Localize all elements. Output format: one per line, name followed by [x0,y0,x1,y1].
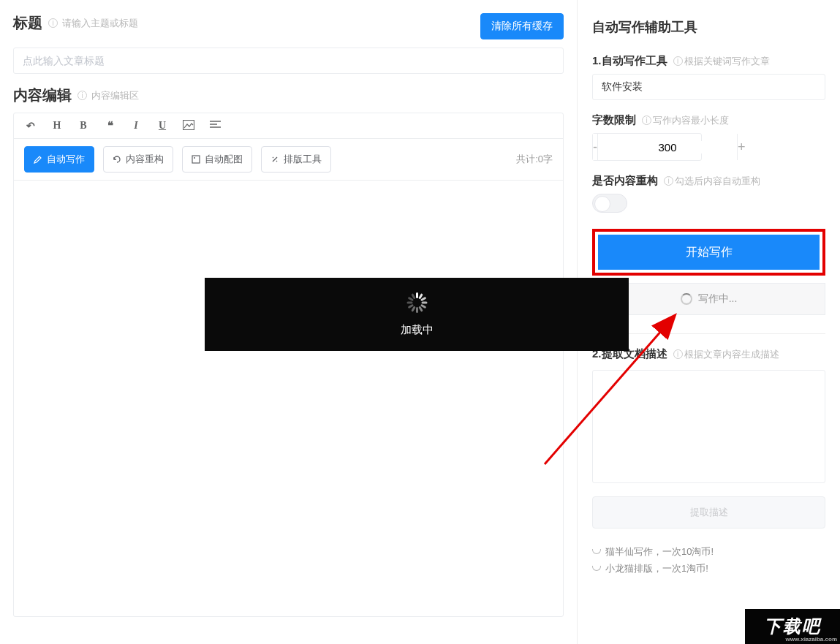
typeset-button[interactable]: 排版工具 [261,146,331,173]
editor-label: 内容编辑 [13,86,72,105]
editor-section-header: 内容编辑 i内容编辑区 [13,86,564,105]
description-textarea[interactable] [592,370,825,483]
clear-cache-button[interactable]: 清除所有缓存 [480,13,564,39]
restructure-toggle[interactable] [592,194,627,213]
note-2: 小龙猫排版，一次1淘币! [605,563,708,574]
word-limit-input[interactable] [598,141,737,154]
info-icon: i [673,56,683,66]
bowl-icon [592,549,601,554]
keyword-input[interactable] [592,74,825,100]
image-icon[interactable] [182,120,195,132]
decrement-button[interactable]: - [593,134,598,160]
sidebar-title: 自动写作辅助工具 [592,18,825,36]
extract-description-button[interactable]: 提取描述 [592,496,825,529]
italic-icon[interactable]: I [129,120,143,132]
info-icon: i [673,349,683,359]
note-1: 猫半仙写作，一次10淘币! [605,546,714,557]
info-icon: i [77,91,87,100]
word-limit-hint: 写作内容最小长度 [653,114,729,127]
svg-point-5 [194,157,195,159]
section2-hint: 根据文章内容生成描述 [684,348,779,361]
progress-label: 写作中... [698,292,738,306]
align-left-icon[interactable] [208,120,222,132]
heading-icon[interactable]: H [50,120,64,132]
spinner-icon [681,293,692,305]
editor-hint: 内容编辑区 [91,89,139,102]
editor-panel: ↶ H B ❝ I U 自动写作 内容重构 [13,113,564,617]
restructure-label: 内容重构 [126,153,164,166]
watermark-brand: 下载吧 [764,615,821,638]
info-icon: i [664,176,673,186]
footer-notes: 猫半仙写作，一次10淘币! 小龙猫排版，一次1淘币! [592,543,825,577]
section-auto-write: 1.自动写作工具 i根据关键词写作文章 [592,54,825,68]
auto-image-label: 自动配图 [205,153,243,166]
watermark-logo: 下载吧 www.xiazaiba.com [745,609,840,644]
refresh-icon [113,155,121,164]
word-limit-label: 字数限制 [592,113,636,127]
section1-hint: 根据关键词写作文章 [684,55,770,68]
title-label: 标题 [13,13,42,33]
restructure-row: 是否内容重构 i勾选后内容自动重构 [592,174,825,188]
auto-write-label: 自动写作 [47,153,85,166]
title-hint: 请输入主题或标题 [62,17,138,30]
restructure-button[interactable]: 内容重构 [103,146,173,173]
increment-button[interactable]: + [737,134,746,160]
pencil-icon [34,155,42,164]
editor-toolbar: ↶ H B ❝ I U [14,113,563,139]
picture-icon [192,155,200,164]
start-button-highlight-box: 开始写作 [592,229,825,276]
editor-subtoolbar: 自动写作 内容重构 自动配图 排版工具 共计:0字 [14,139,563,181]
quote-icon[interactable]: ❝ [103,119,116,132]
restructure-label: 是否内容重构 [592,174,658,188]
word-limit-stepper: - + [592,133,702,161]
word-limit-row: 字数限制 i写作内容最小长度 [592,113,825,127]
word-count-label: 共计:0字 [516,153,553,166]
undo-icon[interactable]: ↶ [24,120,37,132]
loading-overlay: 加载中 [205,278,629,351]
start-writing-button[interactable]: 开始写作 [598,235,820,270]
restructure-hint: 勾选后内容自动重构 [675,175,760,188]
info-icon: i [48,18,58,28]
watermark-url: www.xiazaiba.com [786,636,837,643]
auto-image-button[interactable]: 自动配图 [182,146,252,173]
editor-content-area[interactable] [14,181,563,618]
loading-spinner-icon [406,292,427,313]
section1-label: 1.自动写作工具 [592,54,667,68]
underline-icon[interactable]: U [156,120,169,132]
info-icon: i [642,115,651,125]
svg-rect-4 [192,156,200,163]
auto-write-button[interactable]: 自动写作 [24,146,94,173]
typeset-label: 排版工具 [284,153,322,166]
article-title-input[interactable] [13,48,564,74]
bowl-icon [592,566,601,571]
loading-text: 加载中 [401,323,434,337]
bold-icon[interactable]: B [77,120,90,132]
tools-icon [270,155,279,164]
